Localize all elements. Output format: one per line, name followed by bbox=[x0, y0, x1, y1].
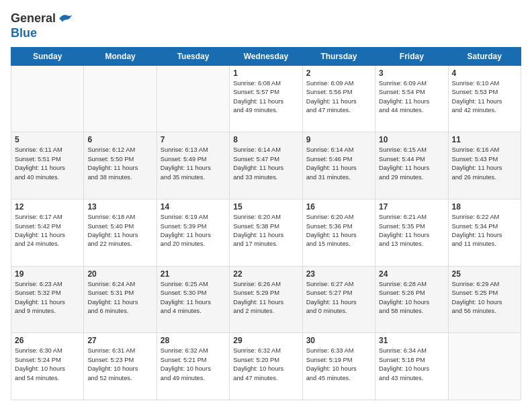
day-info: Sunrise: 6:22 AMSunset: 5:34 PMDaylight:… bbox=[452, 213, 517, 249]
day-number: 27 bbox=[87, 336, 152, 345]
page: General Blue SundayMondayTuesdayWednesda… bbox=[0, 0, 532, 411]
day-number: 11 bbox=[452, 135, 517, 144]
calendar-cell: 3Sunrise: 6:09 AMSunset: 5:54 PMDaylight… bbox=[375, 65, 448, 132]
calendar-cell bbox=[84, 65, 157, 132]
header: General Blue bbox=[11, 11, 521, 40]
calendar-cell: 4Sunrise: 6:10 AMSunset: 5:53 PMDaylight… bbox=[448, 65, 521, 132]
day-info: Sunrise: 6:26 AMSunset: 5:29 PMDaylight:… bbox=[233, 280, 298, 316]
calendar-cell: 30Sunrise: 6:33 AMSunset: 5:19 PMDayligh… bbox=[302, 333, 375, 400]
day-info: Sunrise: 6:27 AMSunset: 5:27 PMDaylight:… bbox=[306, 280, 371, 316]
day-info: Sunrise: 6:16 AMSunset: 5:43 PMDaylight:… bbox=[452, 146, 517, 182]
day-number: 4 bbox=[452, 68, 517, 78]
day-number: 30 bbox=[306, 336, 371, 345]
day-number: 6 bbox=[87, 135, 152, 144]
day-number: 31 bbox=[379, 336, 444, 345]
day-info: Sunrise: 6:13 AMSunset: 5:49 PMDaylight:… bbox=[161, 146, 226, 182]
day-info: Sunrise: 6:32 AMSunset: 5:21 PMDaylight:… bbox=[161, 347, 226, 383]
day-number: 25 bbox=[452, 269, 517, 279]
day-info: Sunrise: 6:21 AMSunset: 5:35 PMDaylight:… bbox=[379, 213, 444, 249]
calendar-cell: 21Sunrise: 6:25 AMSunset: 5:30 PMDayligh… bbox=[157, 266, 229, 333]
calendar-cell: 8Sunrise: 6:14 AMSunset: 5:47 PMDaylight… bbox=[230, 132, 302, 199]
day-number: 28 bbox=[161, 336, 226, 345]
day-info: Sunrise: 6:31 AMSunset: 5:23 PMDaylight:… bbox=[87, 347, 152, 383]
day-info: Sunrise: 6:24 AMSunset: 5:31 PMDaylight:… bbox=[87, 280, 152, 316]
day-number: 8 bbox=[233, 135, 298, 144]
calendar-cell: 18Sunrise: 6:22 AMSunset: 5:34 PMDayligh… bbox=[448, 199, 521, 267]
day-info: Sunrise: 6:08 AMSunset: 5:57 PMDaylight:… bbox=[233, 79, 298, 116]
day-number: 23 bbox=[306, 269, 371, 279]
logo-general: General bbox=[11, 12, 56, 26]
day-info: Sunrise: 6:33 AMSunset: 5:19 PMDaylight:… bbox=[306, 347, 371, 383]
calendar-week-row: 5Sunrise: 6:11 AMSunset: 5:51 PMDaylight… bbox=[11, 132, 521, 199]
day-info: Sunrise: 6:14 AMSunset: 5:47 PMDaylight:… bbox=[233, 146, 298, 182]
day-info: Sunrise: 6:28 AMSunset: 5:26 PMDaylight:… bbox=[379, 280, 444, 316]
calendar-cell: 16Sunrise: 6:20 AMSunset: 5:36 PMDayligh… bbox=[302, 199, 375, 267]
calendar-cell: 2Sunrise: 6:09 AMSunset: 5:56 PMDaylight… bbox=[302, 65, 375, 132]
calendar-cell: 9Sunrise: 6:14 AMSunset: 5:46 PMDaylight… bbox=[302, 132, 375, 199]
weekday-header: Monday bbox=[84, 47, 157, 65]
day-info: Sunrise: 6:17 AMSunset: 5:42 PMDaylight:… bbox=[15, 213, 80, 249]
day-number: 13 bbox=[87, 202, 152, 212]
calendar-cell: 17Sunrise: 6:21 AMSunset: 5:35 PMDayligh… bbox=[375, 199, 448, 267]
calendar-cell: 1Sunrise: 6:08 AMSunset: 5:57 PMDaylight… bbox=[230, 65, 302, 132]
calendar-table: SundayMondayTuesdayWednesdayThursdayFrid… bbox=[11, 47, 521, 400]
calendar-week-row: 26Sunrise: 6:30 AMSunset: 5:24 PMDayligh… bbox=[11, 333, 521, 400]
calendar-cell: 10Sunrise: 6:15 AMSunset: 5:44 PMDayligh… bbox=[375, 132, 448, 199]
day-info: Sunrise: 6:19 AMSunset: 5:39 PMDaylight:… bbox=[161, 213, 226, 249]
calendar-cell bbox=[157, 65, 229, 132]
day-number: 5 bbox=[15, 135, 80, 144]
day-number: 2 bbox=[306, 68, 371, 78]
day-number: 16 bbox=[306, 202, 371, 212]
day-info: Sunrise: 6:18 AMSunset: 5:40 PMDaylight:… bbox=[87, 213, 152, 249]
day-info: Sunrise: 6:12 AMSunset: 5:50 PMDaylight:… bbox=[87, 146, 152, 182]
day-info: Sunrise: 6:09 AMSunset: 5:56 PMDaylight:… bbox=[306, 79, 371, 116]
calendar-cell: 19Sunrise: 6:23 AMSunset: 5:32 PMDayligh… bbox=[11, 266, 84, 333]
day-info: Sunrise: 6:25 AMSunset: 5:30 PMDaylight:… bbox=[161, 280, 226, 316]
day-info: Sunrise: 6:32 AMSunset: 5:20 PMDaylight:… bbox=[233, 347, 298, 383]
calendar-cell: 5Sunrise: 6:11 AMSunset: 5:51 PMDaylight… bbox=[11, 132, 84, 199]
calendar-cell: 6Sunrise: 6:12 AMSunset: 5:50 PMDaylight… bbox=[84, 132, 157, 199]
day-number: 29 bbox=[233, 336, 298, 345]
weekday-header: Wednesday bbox=[230, 47, 302, 65]
day-info: Sunrise: 6:30 AMSunset: 5:24 PMDaylight:… bbox=[15, 347, 80, 383]
calendar-week-row: 1Sunrise: 6:08 AMSunset: 5:57 PMDaylight… bbox=[11, 65, 521, 132]
weekday-header: Saturday bbox=[448, 47, 521, 65]
day-info: Sunrise: 6:09 AMSunset: 5:54 PMDaylight:… bbox=[379, 79, 444, 116]
day-number: 3 bbox=[379, 68, 444, 78]
calendar-cell: 29Sunrise: 6:32 AMSunset: 5:20 PMDayligh… bbox=[230, 333, 302, 400]
day-info: Sunrise: 6:15 AMSunset: 5:44 PMDaylight:… bbox=[379, 146, 444, 182]
calendar-cell: 14Sunrise: 6:19 AMSunset: 5:39 PMDayligh… bbox=[157, 199, 229, 267]
day-number: 12 bbox=[15, 202, 80, 212]
day-info: Sunrise: 6:14 AMSunset: 5:46 PMDaylight:… bbox=[306, 146, 371, 182]
calendar-cell: 26Sunrise: 6:30 AMSunset: 5:24 PMDayligh… bbox=[11, 333, 84, 400]
calendar-cell: 25Sunrise: 6:29 AMSunset: 5:25 PMDayligh… bbox=[448, 266, 521, 333]
day-number: 19 bbox=[15, 269, 80, 279]
calendar-cell: 15Sunrise: 6:20 AMSunset: 5:38 PMDayligh… bbox=[230, 199, 302, 267]
day-number: 18 bbox=[452, 202, 517, 212]
calendar-cell: 13Sunrise: 6:18 AMSunset: 5:40 PMDayligh… bbox=[84, 199, 157, 267]
calendar-week-row: 12Sunrise: 6:17 AMSunset: 5:42 PMDayligh… bbox=[11, 199, 521, 267]
logo: General Blue bbox=[11, 11, 73, 40]
calendar-cell: 23Sunrise: 6:27 AMSunset: 5:27 PMDayligh… bbox=[302, 266, 375, 333]
day-number: 24 bbox=[379, 269, 444, 279]
weekday-header: Friday bbox=[375, 47, 448, 65]
calendar-cell: 27Sunrise: 6:31 AMSunset: 5:23 PMDayligh… bbox=[84, 333, 157, 400]
day-number: 1 bbox=[233, 68, 298, 78]
day-info: Sunrise: 6:34 AMSunset: 5:18 PMDaylight:… bbox=[379, 347, 444, 383]
day-info: Sunrise: 6:23 AMSunset: 5:32 PMDaylight:… bbox=[15, 280, 80, 316]
day-info: Sunrise: 6:20 AMSunset: 5:38 PMDaylight:… bbox=[233, 213, 298, 249]
calendar-cell: 7Sunrise: 6:13 AMSunset: 5:49 PMDaylight… bbox=[157, 132, 229, 199]
day-info: Sunrise: 6:29 AMSunset: 5:25 PMDaylight:… bbox=[452, 280, 517, 316]
logo-blue: Blue bbox=[11, 26, 37, 40]
day-number: 21 bbox=[161, 269, 226, 279]
day-number: 22 bbox=[233, 269, 298, 279]
day-number: 26 bbox=[15, 336, 80, 345]
day-number: 20 bbox=[87, 269, 152, 279]
day-number: 15 bbox=[233, 202, 298, 212]
weekday-header: Thursday bbox=[302, 47, 375, 65]
calendar-cell: 31Sunrise: 6:34 AMSunset: 5:18 PMDayligh… bbox=[375, 333, 448, 400]
weekday-header: Sunday bbox=[11, 47, 84, 65]
day-number: 14 bbox=[161, 202, 226, 212]
calendar-header-row: SundayMondayTuesdayWednesdayThursdayFrid… bbox=[11, 47, 521, 65]
calendar-cell: 12Sunrise: 6:17 AMSunset: 5:42 PMDayligh… bbox=[11, 199, 84, 267]
